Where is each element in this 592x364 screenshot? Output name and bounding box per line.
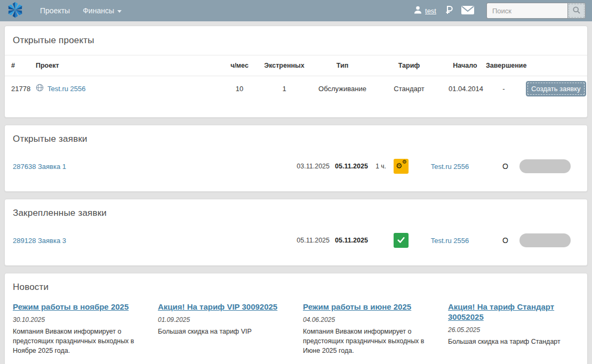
open-projects-card: Открытые проекты # Проект ч/мес Экстренн… xyxy=(4,26,588,118)
search-icon xyxy=(572,6,581,16)
project-name-link[interactable]: Test.ru 2556 xyxy=(47,85,86,93)
progress-pill xyxy=(519,159,571,173)
mail-icon xyxy=(461,5,475,17)
project-urgent-count: 1 xyxy=(255,76,313,101)
request-start-date: 03.11.2025 xyxy=(292,163,330,170)
ruble-icon xyxy=(444,5,453,17)
col-header-hours: ч/мес xyxy=(223,55,255,76)
col-header-start: Начало xyxy=(446,55,484,76)
nav-item-finance[interactable]: Финансы xyxy=(83,6,122,15)
request-project-link[interactable]: Test.ru 2556 xyxy=(409,237,491,245)
col-header-id: # xyxy=(5,55,34,76)
status-badge-in-progress: ⚙⚙ xyxy=(394,159,409,174)
request-row: 287638 Заявка 1 03.11.2025 05.11.2025 1 … xyxy=(13,158,579,174)
request-id-link[interactable]: 289128 xyxy=(13,237,38,245)
navbar-right: test xyxy=(413,3,586,19)
chevron-down-icon xyxy=(117,10,122,13)
main-content: Открытые проекты # Проект ч/мес Экстренн… xyxy=(0,21,592,364)
flower-logo-icon xyxy=(6,1,24,20)
news-item-date: 30.10.2025 xyxy=(13,316,144,323)
news-item-text: Компания Вивaком информирует о предстоящ… xyxy=(303,327,434,355)
request-name-link[interactable]: Заявка 1 xyxy=(38,163,97,171)
messages-button[interactable] xyxy=(461,5,475,17)
search-input[interactable] xyxy=(486,3,567,19)
search-button[interactable] xyxy=(567,3,586,19)
nav-item-projects-label: Проекты xyxy=(40,6,70,15)
request-row: 289128 Заявка 3 05.11.2025 05.11.2025 Te… xyxy=(13,232,579,248)
col-header-end: Завершение xyxy=(484,55,524,76)
status-badge-done xyxy=(394,233,409,248)
create-request-button[interactable]: Создать заявку xyxy=(526,81,586,96)
news-item-date: 26.05.2025 xyxy=(448,326,579,334)
app-logo[interactable] xyxy=(6,1,24,20)
news-item-text: Компания Вивaком информирует о предстоящ… xyxy=(13,327,144,355)
check-icon xyxy=(396,235,406,246)
open-requests-title: Открытые заявки xyxy=(13,134,579,144)
project-end-date: - xyxy=(484,76,524,101)
project-hours-per-month: 10 xyxy=(223,76,255,101)
search-box xyxy=(486,3,586,19)
news-item-link[interactable]: Режим работы в ноябре 2025 xyxy=(13,302,129,312)
news-item-text: Большая скидка на тариф VIP xyxy=(158,327,289,336)
project-row: 21778 Test.ru 2556 xyxy=(5,76,587,101)
col-header-tariff: Тариф xyxy=(372,55,446,76)
cogs-icon: ⚙⚙ xyxy=(396,161,406,172)
request-project-link[interactable]: Test.ru 2556 xyxy=(409,163,491,171)
open-requests-card: Открытые заявки 287638 Заявка 1 03.11.20… xyxy=(4,125,588,192)
project-id: 21778 xyxy=(5,76,34,101)
col-header-project: Проект xyxy=(34,55,223,76)
request-due-date: 05.11.2025 xyxy=(335,237,368,244)
news-item: Режим работы в июне 2025 04.06.2025 Комп… xyxy=(303,302,434,355)
globe-icon xyxy=(36,84,44,93)
news-item-date: 04.06.2025 xyxy=(303,316,434,323)
billing-button[interactable] xyxy=(444,5,453,17)
news-item-link[interactable]: Режим работы в июне 2025 xyxy=(303,302,411,312)
news-item-text: Большая скидка на тариф Стандарт xyxy=(448,337,579,346)
projects-table: # Проект ч/мес Экстренных Тип Тариф Нача… xyxy=(5,55,587,101)
news-item-date: 01.09.2025 xyxy=(158,316,289,323)
request-hours: 1 ч. xyxy=(368,163,394,170)
request-name-link[interactable]: Заявка 3 xyxy=(38,237,97,245)
open-projects-header: Открытые проекты xyxy=(5,26,587,55)
projects-table-header-row: # Проект ч/мес Экстренных Тип Тариф Нача… xyxy=(5,55,587,76)
top-navbar: Проекты Финансы test xyxy=(0,0,592,21)
pinned-requests-title: Закрепленные заявки xyxy=(13,208,579,219)
request-due-date: 05.11.2025 xyxy=(335,163,368,170)
news-item: Акция! На тариф VIP 30092025 01.09.2025 … xyxy=(158,302,289,355)
news-title: Новости xyxy=(13,282,579,293)
news-item-link[interactable]: Акция! На тариф Стандарт 30052025 xyxy=(448,302,579,322)
request-status-letter: О xyxy=(491,162,519,171)
news-card: Новости Режим работы в ноябре 2025 30.10… xyxy=(4,273,588,364)
news-grid: Режим работы в ноябре 2025 30.10.2025 Ко… xyxy=(13,302,579,355)
user-menu[interactable]: test xyxy=(413,5,436,16)
request-status-letter: О xyxy=(491,236,519,245)
pinned-requests-card: Закрепленные заявки 289128 Заявка 3 05.1… xyxy=(4,199,588,266)
news-item: Акция! На тариф Стандарт 30052025 26.05.… xyxy=(448,302,579,355)
project-tariff: Стандарт xyxy=(372,76,446,101)
news-item-link[interactable]: Акция! На тариф VIP 30092025 xyxy=(158,302,277,312)
username-link[interactable]: test xyxy=(425,7,436,15)
news-item: Режим работы в ноябре 2025 30.10.2025 Ко… xyxy=(13,302,144,355)
col-header-type: Тип xyxy=(313,55,372,76)
user-icon xyxy=(413,5,422,16)
nav-item-projects[interactable]: Проекты xyxy=(40,6,70,15)
open-projects-title: Открытые проекты xyxy=(13,35,579,46)
col-header-urgent: Экстренных xyxy=(255,55,313,76)
project-type: Обслуживание xyxy=(313,76,372,101)
project-start-date: 01.04.2014 xyxy=(446,76,484,101)
request-start-date: 05.11.2025 xyxy=(292,237,330,244)
request-id-link[interactable]: 287638 xyxy=(13,163,38,171)
col-header-actions xyxy=(524,55,587,76)
nav-item-finance-label: Финансы xyxy=(83,6,114,15)
progress-pill xyxy=(519,233,571,247)
